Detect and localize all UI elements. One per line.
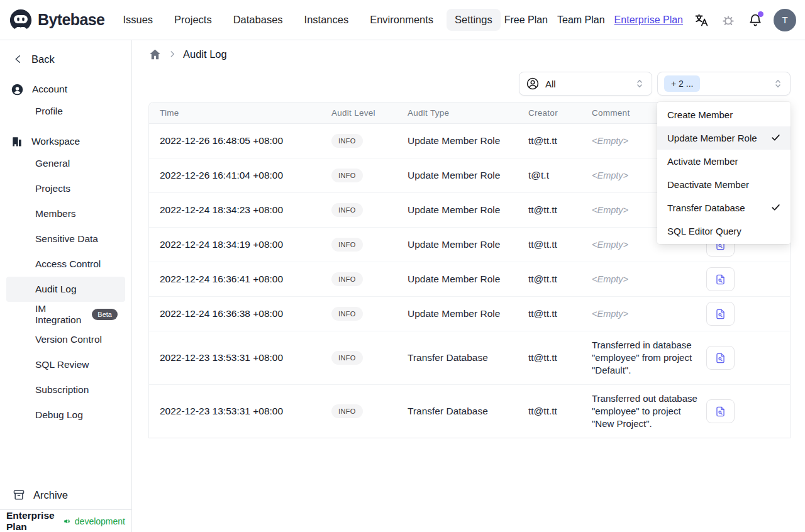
sidebar-section-header-workspace: Workspace bbox=[0, 132, 131, 151]
creator-cell: tt@tt.tt bbox=[528, 352, 592, 363]
archive-icon bbox=[13, 489, 25, 501]
enterprise-plan-link[interactable]: Enterprise Plan bbox=[614, 14, 683, 26]
audit-type-cell: Update Member Role bbox=[408, 308, 528, 319]
audit-level-badge: INFO bbox=[331, 169, 363, 182]
back-button[interactable]: Back bbox=[0, 47, 131, 72]
col-creator: Creator bbox=[528, 108, 592, 118]
speaker-icon bbox=[63, 516, 71, 527]
nav-link-projects[interactable]: Projects bbox=[166, 9, 220, 31]
nav-link-databases[interactable]: Databases bbox=[225, 9, 291, 31]
nav-link-settings[interactable]: Settings bbox=[447, 9, 501, 31]
back-label: Back bbox=[31, 53, 55, 65]
sidebar-item-access-control[interactable]: Access Control bbox=[6, 252, 125, 277]
chevron-right-icon bbox=[168, 50, 177, 58]
bytebase-logo[interactable]: Bytebase bbox=[9, 8, 104, 32]
brand-name: Bytebase bbox=[38, 11, 104, 29]
menu-item-deactivate-member[interactable]: Deactivate Member bbox=[657, 173, 791, 196]
comment-cell: Transferred out database "employee" to p… bbox=[592, 385, 701, 438]
check-icon bbox=[770, 202, 781, 213]
menu-item-update-member-role[interactable]: Update Member Role bbox=[657, 126, 791, 150]
creator-cell: tt@tt.tt bbox=[528, 239, 592, 250]
creator-filter-select[interactable]: All bbox=[519, 72, 652, 96]
file-search-icon bbox=[714, 406, 726, 418]
audit-type-cell: Update Member Role bbox=[408, 170, 528, 181]
sidebar-item-projects[interactable]: Projects bbox=[6, 176, 125, 201]
nav-right: Free Plan Team Plan Enterprise Plan T bbox=[504, 9, 796, 31]
comment-cell: <Empty> bbox=[592, 274, 706, 284]
menu-item-activate-member[interactable]: Activate Member bbox=[657, 150, 791, 173]
time-cell: 2022-12-24 16:36:41 +08:00 bbox=[149, 274, 331, 285]
sidebar-item-sql-review[interactable]: SQL Review bbox=[6, 352, 125, 377]
sidebar-item-im-integration[interactable]: IM IntegrationBeta bbox=[6, 302, 125, 327]
audit-type-cell: Update Member Role bbox=[408, 274, 528, 285]
sidebar-spacer bbox=[0, 428, 131, 480]
home-icon[interactable] bbox=[148, 48, 162, 61]
bytebase-logo-icon bbox=[9, 8, 33, 32]
sidebar-footer: Enterprise Plan development bbox=[0, 509, 131, 532]
sidebar-item-members[interactable]: Members bbox=[6, 201, 125, 226]
notification-dot bbox=[758, 11, 763, 17]
audit-type-cell: Transfer Database bbox=[408, 352, 528, 363]
creator-cell: t@t.t bbox=[528, 170, 592, 181]
audit-level-badge: INFO bbox=[331, 238, 363, 252]
menu-item-transfer-database[interactable]: Transfer Database bbox=[657, 196, 791, 219]
sidebar-item-audit-log[interactable]: Audit Log bbox=[6, 277, 125, 302]
view-detail-button[interactable] bbox=[706, 399, 735, 423]
time-cell: 2022-12-26 16:48:05 +08:00 bbox=[149, 135, 331, 147]
comment-cell: <Empty> bbox=[592, 309, 706, 319]
beta-badge: Beta bbox=[92, 309, 118, 320]
user-circle-icon bbox=[11, 83, 24, 96]
sidebar-section-account: AccountProfile bbox=[0, 80, 131, 124]
sidebar-sections: AccountProfileWorkspaceGeneralProjectsMe… bbox=[0, 72, 131, 428]
menu-item-create-member[interactable]: Create Member bbox=[657, 103, 791, 126]
table-row: 2022-12-23 13:53:31 +08:00INFOTransfer D… bbox=[149, 331, 790, 385]
audit-level-badge: INFO bbox=[331, 272, 363, 286]
breadcrumb-current[interactable]: Audit Log bbox=[183, 48, 227, 60]
table-row: 2022-12-24 16:36:38 +08:00INFOUpdate Mem… bbox=[149, 297, 790, 331]
audit-level-badge: INFO bbox=[331, 203, 363, 217]
archive-button[interactable]: Archive bbox=[0, 480, 131, 509]
menu-item-sql-editor-query[interactable]: SQL Editor Query bbox=[657, 219, 791, 243]
sidebar-item-version-control[interactable]: Version Control bbox=[6, 327, 125, 352]
file-search-icon bbox=[714, 352, 726, 364]
sidebar-item-profile[interactable]: Profile bbox=[6, 99, 125, 124]
file-search-icon bbox=[714, 274, 726, 285]
time-cell: 2022-12-23 13:53:31 +08:00 bbox=[149, 406, 331, 417]
sidebar-item-debug-log[interactable]: Debug Log bbox=[6, 402, 125, 428]
audit-type-filter-select[interactable]: + 2 ... bbox=[657, 72, 791, 96]
avatar[interactable]: T bbox=[774, 9, 796, 31]
user-circle-icon bbox=[526, 77, 540, 91]
file-search-icon bbox=[714, 308, 726, 320]
top-nav: Bytebase IssuesProjectsDatabasesInstance… bbox=[0, 0, 805, 40]
audit-level-badge: INFO bbox=[331, 134, 363, 148]
team-plan-link[interactable]: Team Plan bbox=[557, 14, 605, 26]
translate-icon[interactable] bbox=[692, 11, 710, 29]
type-filter-count-pill: + 2 ... bbox=[664, 75, 700, 92]
sidebar-item-subscription[interactable]: Subscription bbox=[6, 377, 125, 402]
col-audit-type: Audit Type bbox=[408, 108, 528, 118]
creator-filter-value: All bbox=[545, 79, 628, 89]
nav-link-environments[interactable]: Environments bbox=[362, 9, 441, 31]
bell-icon[interactable] bbox=[747, 11, 764, 29]
audit-level-badge: INFO bbox=[331, 404, 363, 418]
view-detail-button[interactable] bbox=[706, 267, 735, 291]
audit-type-cell: Transfer Database bbox=[408, 406, 528, 417]
sidebar-section-workspace: WorkspaceGeneralProjectsMembersSensitive… bbox=[0, 132, 131, 428]
time-cell: 2022-12-23 13:53:31 +08:00 bbox=[149, 352, 331, 363]
time-cell: 2022-12-24 18:34:23 +08:00 bbox=[149, 204, 331, 216]
nav-link-issues[interactable]: Issues bbox=[114, 9, 161, 31]
sidebar-item-general[interactable]: General bbox=[6, 151, 125, 176]
nav-link-instances[interactable]: Instances bbox=[296, 9, 357, 31]
view-detail-button[interactable] bbox=[706, 302, 735, 326]
archive-label: Archive bbox=[33, 489, 68, 501]
audit-level-badge: INFO bbox=[331, 351, 363, 365]
view-detail-button[interactable] bbox=[706, 346, 735, 370]
bug-icon[interactable] bbox=[719, 11, 737, 29]
free-plan-link[interactable]: Free Plan bbox=[504, 14, 548, 26]
filter-bar: All + 2 ... bbox=[148, 72, 791, 96]
creator-cell: tt@tt.tt bbox=[528, 308, 592, 319]
creator-cell: tt@tt.tt bbox=[528, 406, 592, 417]
check-icon bbox=[770, 132, 781, 143]
sidebar-item-sensitive-data[interactable]: Sensitive Data bbox=[6, 226, 125, 252]
time-cell: 2022-12-24 18:34:19 +08:00 bbox=[149, 239, 331, 250]
